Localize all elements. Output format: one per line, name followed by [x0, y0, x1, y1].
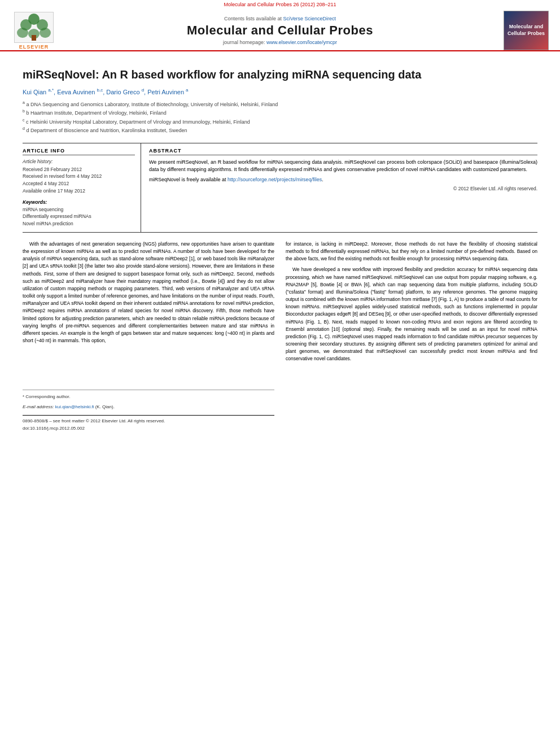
- journal-title-header: Molecular and Cellular Probes: [62, 23, 498, 38]
- sciverse-line: Contents lists available at SciVerse Sci…: [62, 16, 498, 21]
- article-info-title: ARTICLE INFO: [23, 148, 135, 155]
- body-para-right-1: for instance, is lacking in miRDeep2. Mo…: [286, 241, 537, 263]
- affil-a: a a DNA Sequencing and Genomics Laborato…: [23, 100, 537, 109]
- affil-d: d d Department of Bioscience and Nutriti…: [23, 126, 537, 135]
- journal-header: ELSEVIER Contents lists available at Sci…: [0, 7, 560, 51]
- journal-ref: Molecular and Cellular Probes 26 (2012) …: [0, 0, 560, 7]
- abstract-section: ABSTRACT We present miRSeqNovel, an R ba…: [141, 143, 537, 232]
- homepage-label: journal homepage:: [223, 40, 266, 45]
- authors: Kui Qian a,*, Eeva Auvinen b,c, Dario Gr…: [23, 88, 537, 95]
- history-label: Article history:: [23, 159, 135, 164]
- journal-ref-text: Molecular and Cellular Probes 26 (2012) …: [224, 2, 336, 7]
- article-title: miRSeqNovel: An R based workflow for ana…: [23, 67, 537, 82]
- svg-point-6: [40, 28, 51, 38]
- homepage-url[interactable]: www.elsevier.com/locate/ymcpr: [266, 40, 337, 45]
- abstract-title: ABSTRACT: [149, 148, 537, 155]
- svg-point-4: [17, 28, 28, 38]
- email-link[interactable]: kui.qian@helsinki.fi: [55, 404, 94, 409]
- content-area: miRSeqNovel: An R based workflow for ana…: [0, 51, 560, 443]
- keyword-1: miRNA sequencing: [23, 206, 135, 213]
- elsevier-tree-icon: [16, 12, 53, 42]
- copyright: © 2012 Elsevier Ltd. All rights reserved…: [149, 186, 537, 191]
- header-center: Contents lists available at SciVerse Sci…: [56, 16, 504, 45]
- corresponding-author: * Corresponding author.: [23, 394, 274, 400]
- svg-rect-7: [32, 35, 36, 41]
- page: Molecular and Cellular Probes 26 (2012) …: [0, 0, 560, 747]
- abstract-text2: miRSeqNovel is freely available at http:…: [149, 176, 537, 184]
- body-col-right: for instance, is lacking in miRDeep2. Mo…: [286, 241, 537, 432]
- abstract-text1: We present miRSeqNovel, an R based workf…: [149, 159, 537, 174]
- other-text: other: [399, 311, 410, 317]
- body-para-right-2: We have developed a new workflow with im…: [286, 266, 537, 362]
- body-col-left: With the advantages of next generation s…: [23, 241, 274, 432]
- keywords-label: Keywords:: [23, 199, 135, 205]
- secondary-text: secondary: [320, 341, 342, 347]
- footnote-area: * Corresponding author. E-mail address: …: [23, 390, 274, 432]
- author-kui: Kui Qian a,*, Eeva Auvinen b,c, Dario Gr…: [23, 89, 189, 95]
- info-abstract-section: ARTICLE INFO Article history: Received 2…: [23, 143, 537, 233]
- body-columns: With the advantages of next generation s…: [23, 241, 537, 432]
- journal-homepage: journal homepage: www.elsevier.com/locat…: [62, 40, 498, 45]
- keyword-3: Novel miRNA prediction: [23, 220, 135, 228]
- sciverse-link[interactable]: SciVerse ScienceDirect: [283, 16, 336, 21]
- email-address: E-mail address: kui.qian@helsinki.fi (K.…: [23, 404, 274, 410]
- contents-text: Contents lists available at: [224, 16, 283, 21]
- elsevier-logo-box: [14, 12, 54, 43]
- doi: doi:10.1016/j.mcp.2012.05.002: [23, 425, 274, 432]
- doi-line: 0890-8508/$ – see front matter © 2012 El…: [23, 415, 274, 432]
- affil-c: c c Helsinki University Hospital Laborat…: [23, 117, 537, 126]
- affil-b: b b Haartman Institute, Department of Vi…: [23, 108, 537, 117]
- elsevier-text: ELSEVIER: [19, 44, 49, 50]
- journal-logo-right: Molecular and Cellular Probes: [504, 11, 549, 50]
- issn-line: 0890-8508/$ – see front matter © 2012 El…: [23, 418, 274, 425]
- logo-right-text: Molecular and Cellular Probes: [506, 24, 546, 37]
- article-info-box: ARTICLE INFO Article history: Received 2…: [23, 143, 141, 232]
- elsevier-logo: ELSEVIER: [11, 12, 56, 50]
- keywords-section: Keywords: miRNA sequencing Differentiall…: [23, 199, 135, 228]
- affiliations: a a DNA Sequencing and Genomics Laborato…: [23, 100, 537, 135]
- keyword-2: Differentially expressed miRNAs: [23, 213, 135, 220]
- sourceforge-link[interactable]: http://sourceforge.net/projects/mirseq/f…: [228, 177, 322, 182]
- body-para-1: With the advantages of next generation s…: [23, 241, 274, 344]
- received-date: Received 28 February 2012 Received in re…: [23, 166, 135, 195]
